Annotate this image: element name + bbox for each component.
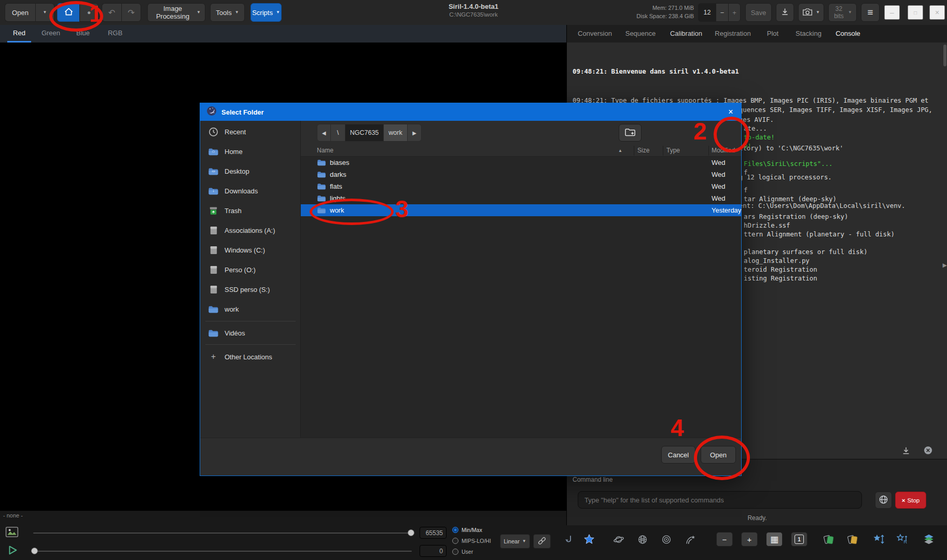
right-panel-tabbar: Conversion Sequence Calibration Registra… <box>566 25 947 43</box>
zoom-in-button[interactable]: + <box>741 532 758 547</box>
column-header-size[interactable]: Size <box>637 147 649 154</box>
image-processing-menu-button[interactable]: Image Processing▼ <box>147 3 205 22</box>
sidebar-item-drive-o[interactable]: Perso (O:) <box>200 260 301 279</box>
sidebar-item-drive-a[interactable]: Associations (A:) <box>200 220 301 240</box>
sidebar-item-work[interactable]: work <box>200 299 301 319</box>
folder-row-biases[interactable]: biases Wed <box>301 157 741 169</box>
sidebar-item-trash[interactable]: Trash <box>200 201 301 220</box>
zoom-out-button[interactable]: − <box>716 532 733 547</box>
link-channels-button[interactable] <box>533 534 551 549</box>
sidebar-item-home[interactable]: ⌂ Home <box>200 142 301 161</box>
star-recompose-icon[interactable]: R <box>893 530 912 548</box>
command-input[interactable] <box>578 491 862 509</box>
open-button[interactable]: Open <box>5 3 35 22</box>
hamburger-menu-button[interactable]: ≡ <box>861 3 880 22</box>
bit-depth-button[interactable]: 32 bits▼ <box>828 3 857 22</box>
redo-icon: ↷ <box>128 8 134 18</box>
threads-increment-button[interactable]: + <box>728 3 741 22</box>
panel-expander-icon[interactable]: ▶ <box>943 262 947 269</box>
minimize-button[interactable]: – <box>884 5 900 20</box>
high-slider[interactable] <box>33 533 412 534</box>
save-as-button[interactable] <box>776 3 794 22</box>
stretch-mips-radio[interactable]: MIPS-LO/HI <box>452 538 491 544</box>
tab-conversion[interactable]: Conversion <box>578 30 612 37</box>
display-image-button[interactable] <box>4 526 20 539</box>
snapshot-clipboard-icon[interactable] <box>561 530 576 548</box>
sidebar-item-videos[interactable]: Vidéos <box>200 323 301 343</box>
stretch-minmax-radio[interactable]: Min/Max <box>452 527 482 533</box>
sidebar-item-other-locations[interactable]: + Other Locations <box>200 347 301 367</box>
new-folder-button[interactable] <box>619 124 642 142</box>
column-separator[interactable] <box>663 146 663 156</box>
folder-row-flats[interactable]: flats Wed <box>301 180 741 192</box>
threads-spinner-value[interactable]: 12 <box>698 3 716 22</box>
sidebar-item-desktop[interactable]: ▭ Desktop <box>200 161 301 181</box>
planet-icon[interactable] <box>610 530 628 548</box>
radio-icon <box>452 549 458 555</box>
comet-icon[interactable] <box>682 530 701 548</box>
globe-wireframe-icon[interactable] <box>634 530 651 548</box>
threads-decrement-button[interactable]: − <box>716 3 728 22</box>
column-separator[interactable] <box>708 146 709 156</box>
tab-sequence[interactable]: Sequence <box>625 30 656 37</box>
column-header-type[interactable]: Type <box>666 147 680 154</box>
column-separator[interactable] <box>634 146 634 156</box>
path-segment-work[interactable]: work <box>384 124 408 141</box>
folder-row-darks[interactable]: darks Wed <box>301 169 741 180</box>
plus-icon: + <box>208 352 219 361</box>
stop-button[interactable]: × Stop <box>895 492 926 509</box>
path-segment-root[interactable]: \ <box>331 124 345 141</box>
play-button[interactable] <box>5 544 20 557</box>
low-slider-thumb[interactable] <box>31 548 38 554</box>
sidebar-item-recent[interactable]: Recent <box>200 122 301 142</box>
low-value-field[interactable] <box>420 545 447 557</box>
fit-to-window-button[interactable]: ▦ <box>766 532 783 547</box>
tab-stacking[interactable]: Stacking <box>796 30 821 37</box>
photometry-sequence-icon[interactable] <box>843 530 862 548</box>
tab-registration[interactable]: Registration <box>715 30 750 37</box>
zoom-one-to-one-button[interactable]: 1 <box>791 532 807 547</box>
sidebar-item-downloads[interactable]: ↓ Downloads <box>200 181 301 201</box>
tab-console[interactable]: Console <box>835 30 860 37</box>
dialog-title: Select Folder <box>221 108 264 116</box>
sidebar-item-drive-s[interactable]: SSD perso (S:) <box>200 279 301 299</box>
redo-button[interactable]: ↷ <box>121 3 141 22</box>
path-back-button[interactable]: ◀ <box>317 124 331 141</box>
tab-rgb[interactable]: RGB <box>108 29 122 37</box>
high-value-field[interactable] <box>420 527 447 539</box>
tab-red[interactable]: Red <box>13 29 25 37</box>
folder-icon <box>317 159 326 168</box>
tab-calibration[interactable]: Calibration <box>670 30 702 37</box>
sort-asc-icon[interactable]: ▲ <box>618 148 622 153</box>
export-log-button[interactable] <box>899 445 913 457</box>
star-registration-icon[interactable] <box>869 530 888 548</box>
maximize-button[interactable]: □ <box>908 5 923 20</box>
layers-icon[interactable] <box>919 530 939 548</box>
high-slider-thumb[interactable] <box>408 529 414 536</box>
save-button[interactable]: Save <box>745 3 772 22</box>
clear-log-button[interactable] <box>921 445 935 457</box>
path-forward-button[interactable]: ▶ <box>408 124 421 141</box>
cancel-button[interactable]: Cancel <box>661 446 695 464</box>
scripts-menu-button[interactable]: Scripts▼ <box>250 3 282 22</box>
close-button[interactable]: × <box>929 5 945 20</box>
tab-plot[interactable]: Plot <box>767 30 778 37</box>
stretch-user-radio[interactable]: User <box>452 549 473 555</box>
target-circles-icon[interactable] <box>658 530 675 548</box>
sidebar-item-drive-c[interactable]: Windows (C:) <box>200 240 301 260</box>
undo-button[interactable]: ↶ <box>102 3 121 22</box>
aperture-photometry-icon[interactable] <box>819 530 838 548</box>
new-folder-icon <box>624 128 636 138</box>
console-scrollbar[interactable] <box>943 45 946 66</box>
snapshot-button[interactable]: ▼ <box>798 3 824 22</box>
low-slider[interactable] <box>33 551 412 552</box>
column-header-name[interactable]: Name <box>317 147 333 154</box>
dialog-titlebar[interactable]: Select Folder × <box>200 103 741 121</box>
tools-menu-button[interactable]: Tools▼ <box>210 3 245 22</box>
tab-green[interactable]: Green <box>41 29 60 37</box>
star-detection-icon[interactable] <box>580 530 598 548</box>
display-mode-dropdown[interactable]: Linear▼ <box>500 534 530 549</box>
minus-icon: − <box>722 535 727 544</box>
network-command-button[interactable] <box>875 492 892 509</box>
path-segment-ngc7635[interactable]: NGC7635 <box>345 124 384 141</box>
